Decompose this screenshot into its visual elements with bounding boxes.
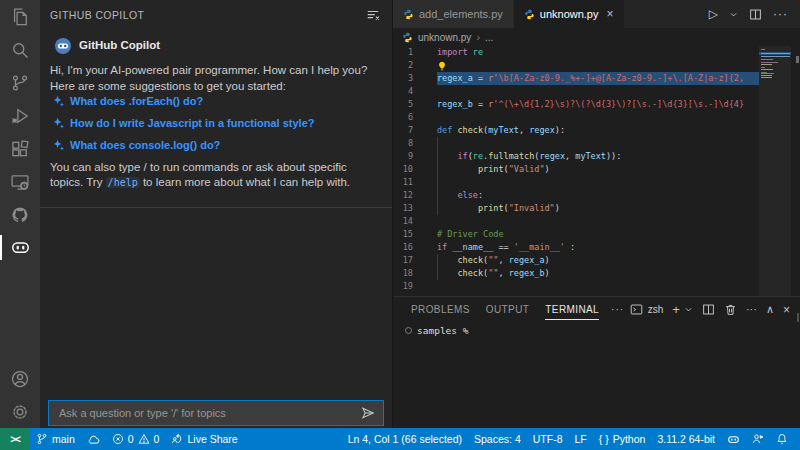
tab-label: unknown.py (540, 8, 599, 20)
split-terminal-icon[interactable] (702, 303, 715, 316)
code-line-7[interactable]: 7def check(myText, regex): (393, 124, 800, 137)
code-line-3[interactable]: 3regex_a = r'\b[A-Za-z0-9._%+-]+@[A-Za-z… (393, 72, 800, 85)
line-number: 4 (393, 85, 413, 98)
maximize-panel-icon[interactable]: ∧ (766, 304, 774, 315)
cloud-icon (87, 433, 100, 446)
code-line-4[interactable]: 4 (393, 85, 800, 98)
close-tab-icon[interactable]: × (607, 8, 614, 20)
status-count: 0 (128, 433, 134, 445)
code-line-19[interactable]: 19 (393, 280, 800, 293)
code-line-11[interactable]: 11 (393, 176, 800, 189)
split-editor-icon[interactable] (749, 8, 762, 21)
panel-tab-output[interactable]: OUTPUT (486, 304, 530, 315)
code-line-9[interactable]: 9 if(re.fullmatch(regex, myText)): (393, 150, 800, 163)
status-live-share[interactable]: Live Share (165, 428, 243, 450)
activity-item-extensions[interactable] (0, 132, 40, 165)
code-line-12[interactable]: 12 else: (393, 189, 800, 202)
source-control-icon (10, 73, 30, 93)
copilot-chat-icon (10, 237, 31, 258)
breadcrumb-symbol[interactable]: ... (485, 32, 493, 43)
code-line-6[interactable]: 6 (393, 111, 800, 124)
panel-tab-terminal[interactable]: TERMINAL (545, 304, 599, 315)
status-python-interpreter[interactable]: 3.11.2 64-bit (651, 428, 721, 450)
status-notifications[interactable] (770, 428, 794, 450)
line-number: 12 (393, 189, 413, 202)
status-copilot-status[interactable] (721, 428, 746, 450)
activity-item-explorer[interactable] (0, 0, 40, 33)
editor-tab-unknown.py[interactable]: unknown.py× (514, 0, 625, 28)
code-line-18[interactable]: 18 check("", regex_b) (393, 267, 800, 280)
panel-scrollbar[interactable] (797, 313, 799, 322)
copilot-suggestion-link[interactable]: How do I write Javascript in a functiona… (52, 116, 382, 131)
lightbulb-icon[interactable] (437, 61, 447, 71)
line-number: 7 (393, 124, 413, 137)
code-line-16[interactable]: 16if __name__ == '__main__' : (393, 241, 800, 254)
line-number: 13 (393, 202, 413, 215)
breadcrumb-file[interactable]: unknown.py (418, 32, 471, 43)
code-line-17[interactable]: 17 check("", regex_a) (393, 254, 800, 267)
code-line-2[interactable]: 2 (393, 59, 800, 72)
line-number: 16 (393, 241, 413, 254)
terminal-shell-icon (630, 303, 643, 316)
status-eol[interactable]: LF (568, 428, 592, 450)
copilot-suggestion-link[interactable]: What does .forEach() do? (52, 94, 382, 109)
code-line-8[interactable]: 8 (393, 137, 800, 150)
status-problems[interactable]: 00 (106, 428, 166, 450)
indent-guide (437, 254, 438, 280)
terminal-content[interactable]: samples % (393, 325, 800, 336)
panel-tab-problems[interactable]: PROBLEMS (411, 304, 470, 315)
code-line-13[interactable]: 13 print("Invalid") (393, 202, 800, 215)
python-icon (524, 9, 535, 20)
activity-item-search[interactable] (0, 33, 40, 66)
panel-more-tabs-icon[interactable]: ··· (611, 304, 624, 315)
editor-more-actions-icon[interactable]: ··· (773, 7, 788, 21)
bell-icon (776, 433, 788, 445)
activity-item-settings[interactable] (0, 395, 40, 428)
run-dropdown-icon[interactable] (729, 10, 738, 19)
tab-label: add_elements.py (419, 8, 503, 20)
terminal-more-actions-icon[interactable]: ··· (746, 304, 757, 315)
activity-item-github[interactable] (0, 198, 40, 231)
activity-item-copilot-chat[interactable] (0, 231, 40, 264)
line-number: 1 (393, 46, 413, 59)
clear-chat-icon[interactable] (366, 8, 380, 22)
editor-tab-add_elements.py[interactable]: add_elements.py (393, 0, 514, 28)
status-git-branch[interactable]: main (30, 428, 81, 450)
editor-tab-bar: add_elements.pyunknown.py× ▷ ··· (393, 0, 800, 28)
activity-item-remote-explorer[interactable] (0, 165, 40, 198)
code-editor[interactable]: 1import re23regex_a = r'\b[A-Za-z0-9._%+… (393, 46, 800, 296)
terminal-dropdown-icon[interactable] (684, 305, 693, 314)
kill-terminal-icon[interactable] (724, 303, 737, 316)
chat-question-input[interactable] (57, 406, 361, 420)
code-line-5[interactable]: 5regex_b = r'^(\+\d{1,2}\s)?\(?\d{3}\)?[… (393, 98, 800, 111)
terminal-shell-label[interactable]: zsh (648, 304, 664, 315)
close-panel-icon[interactable]: × (783, 304, 790, 316)
overview-ruler-selection-mark (796, 56, 799, 63)
status-sync-cloud[interactable] (81, 428, 106, 450)
code-line-14[interactable]: 14 (393, 215, 800, 228)
minimap[interactable] (759, 46, 791, 296)
copilot-suggestion-link[interactable]: What does console.log() do? (52, 138, 382, 153)
status-bar: >< main00Live Share Ln 4, Col 1 (66 sele… (0, 428, 800, 450)
line-number: 5 (393, 98, 413, 111)
remote-indicator[interactable]: >< (0, 428, 30, 450)
activity-item-account[interactable] (0, 362, 40, 395)
python-file-icon (402, 32, 413, 43)
line-number: 18 (393, 267, 413, 280)
status-language-mode[interactable]: { }Python (593, 428, 652, 450)
account-icon (10, 369, 30, 389)
run-python-file-button[interactable]: ▷ (709, 7, 718, 21)
send-icon[interactable] (361, 406, 375, 420)
status-indentation[interactable]: Spaces: 4 (468, 428, 527, 450)
line-number: 10 (393, 163, 413, 176)
breadcrumb: unknown.py › ... (393, 28, 800, 46)
code-line-10[interactable]: 10 print("Valid") (393, 163, 800, 176)
activity-item-source-control[interactable] (0, 66, 40, 99)
status-feedback[interactable] (746, 428, 770, 450)
status-cursor-position[interactable]: Ln 4, Col 1 (66 selected) (342, 428, 468, 450)
status-encoding[interactable]: UTF-8 (527, 428, 569, 450)
code-line-1[interactable]: 1import re (393, 46, 800, 59)
new-terminal-button[interactable]: + (672, 303, 680, 316)
activity-item-run-debug[interactable] (0, 99, 40, 132)
code-line-15[interactable]: 15# Driver Code (393, 228, 800, 241)
